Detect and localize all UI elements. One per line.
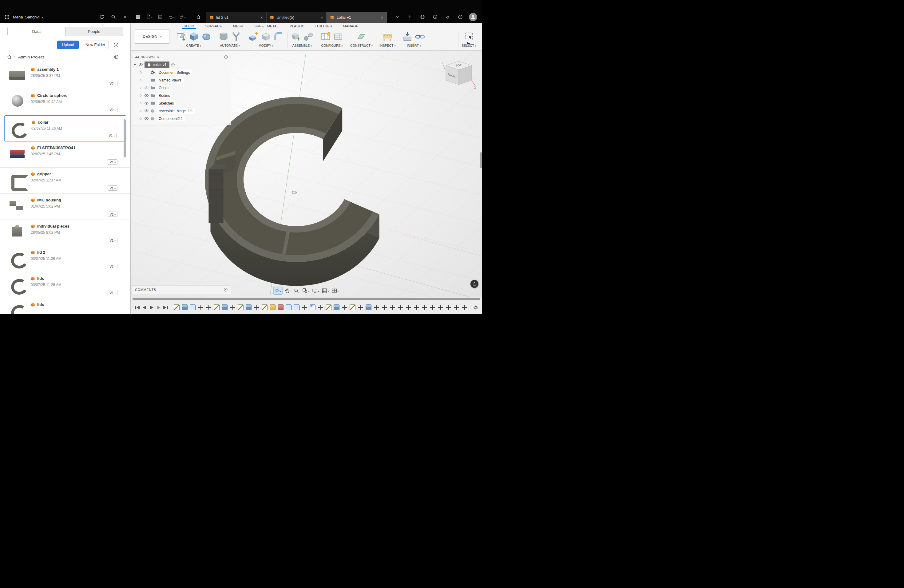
expand-caret-icon[interactable]	[139, 101, 142, 105]
view-tool-button[interactable]	[311, 287, 320, 294]
active-document-chip[interactable]: collar v1	[144, 62, 169, 68]
timeline-feature-icon[interactable]	[206, 305, 212, 310]
construction-plane-icon[interactable]	[356, 32, 367, 42]
view-tool-button[interactable]	[283, 287, 291, 294]
ribbon-tab[interactable]: SURFACE	[205, 24, 222, 29]
view-tool-button[interactable]	[321, 287, 330, 294]
view-tool-button[interactable]	[302, 287, 311, 294]
expand-caret-icon[interactable]	[139, 94, 142, 97]
visibility-toggle[interactable]	[144, 85, 149, 90]
undo-icon[interactable]	[167, 13, 175, 21]
expand-caret-icon[interactable]	[133, 63, 136, 66]
shell-icon[interactable]	[261, 32, 271, 42]
assemble-menu[interactable]: ASSEMBLE	[292, 44, 312, 47]
version-dropdown[interactable]: V1	[107, 238, 117, 243]
configuration-sheet-icon[interactable]	[333, 32, 343, 42]
file-list-item[interactable]: gripper 02/07/25 11:37 AM V1	[0, 168, 130, 194]
modify-menu[interactable]: MODIFY	[259, 44, 273, 47]
timeline-feature-icon[interactable]	[310, 305, 316, 310]
playback-button[interactable]	[156, 305, 161, 310]
browser-tree-row[interactable]: Sketches	[133, 100, 229, 107]
fillet-icon[interactable]	[273, 32, 284, 42]
timeline-feature-icon[interactable]	[238, 305, 243, 310]
visibility-toggle[interactable]	[144, 93, 149, 98]
playback-button[interactable]	[141, 305, 147, 310]
timeline-feature-icon[interactable]	[254, 305, 259, 310]
timeline-horizontal-scrollbar[interactable]	[131, 297, 482, 301]
file-list-item[interactable]: lids 03/07/25 11:26 AM V1	[0, 272, 130, 298]
press-pull-icon[interactable]	[248, 32, 259, 42]
save-icon[interactable]	[156, 13, 164, 21]
automate-stack-icon[interactable]	[218, 32, 229, 42]
timeline-feature-icon[interactable]	[222, 305, 228, 310]
timeline-feature-icon[interactable]	[286, 305, 291, 310]
timeline-feature-icon[interactable]	[326, 305, 332, 310]
version-dropdown[interactable]: V1	[107, 133, 117, 138]
close-panel-icon[interactable]: ×	[121, 13, 129, 21]
extrude-icon[interactable]	[188, 32, 199, 42]
joint-icon[interactable]	[303, 32, 314, 42]
tab-close-icon[interactable]: ×	[321, 15, 324, 20]
file-list-item[interactable]: individual pieces 28/05/25 8:02 PM V1	[0, 220, 130, 246]
home-tab-icon[interactable]	[194, 13, 202, 21]
home-icon[interactable]	[7, 54, 12, 59]
collapse-panel-icon[interactable]: ◀◀	[135, 55, 138, 59]
timeline-feature-icon[interactable]	[414, 305, 419, 310]
visibility-toggle[interactable]	[138, 62, 143, 67]
inspect-menu[interactable]: INSPECT	[379, 44, 396, 47]
sync-refresh-icon[interactable]	[98, 13, 106, 21]
create-menu[interactable]: CREATE	[186, 44, 201, 47]
timeline-feature-icon[interactable]	[270, 305, 275, 310]
timeline-feature-icon[interactable]	[454, 305, 459, 310]
expand-caret-icon[interactable]	[139, 71, 142, 74]
timeline-feature-icon[interactable]	[246, 305, 251, 310]
view-tool-button[interactable]	[292, 287, 301, 294]
view-cube[interactable]: TOP FRONT Z X	[440, 56, 477, 91]
timeline-feature-icon[interactable]	[190, 305, 196, 310]
help-icon[interactable]	[456, 13, 464, 21]
configuration-table-icon[interactable]	[321, 32, 331, 42]
timeline-feature-icon[interactable]	[214, 305, 220, 310]
extensions-globe-icon[interactable]	[419, 13, 427, 21]
expand-caret-icon[interactable]	[139, 86, 142, 90]
version-dropdown[interactable]: V1	[107, 290, 117, 295]
tab-people[interactable]: People	[65, 27, 123, 36]
new-component-icon[interactable]	[291, 32, 301, 42]
timeline-feature-icon[interactable]	[461, 305, 467, 310]
comments-panel[interactable]: COMMENTS	[132, 286, 231, 294]
file-list-item[interactable]: lids	[0, 298, 130, 314]
browser-tree-row[interactable]: Named Views	[133, 76, 229, 84]
tab-close-icon[interactable]: ×	[381, 15, 384, 20]
tab-data[interactable]: Data	[8, 27, 65, 36]
file-list-item[interactable]: FLSFEBNJS8TPO41 02/07/25 2:45 PM V1	[0, 141, 130, 168]
document-tab[interactable]: lid 2 v1 ×	[206, 12, 266, 23]
version-dropdown[interactable]: V1	[107, 159, 117, 164]
viewport-vertical-scrollbar[interactable]	[480, 152, 482, 168]
visibility-toggle[interactable]	[144, 101, 149, 106]
minimize-panel-icon[interactable]	[224, 55, 228, 59]
timeline-feature-icon[interactable]	[182, 305, 188, 310]
automate-branch-icon[interactable]	[231, 32, 241, 42]
scrollbar-thumb[interactable]	[133, 298, 480, 300]
new-folder-button[interactable]: New Folder	[82, 41, 109, 49]
timeline-feature-icon[interactable]	[302, 305, 308, 310]
expand-caret-icon[interactable]	[139, 78, 142, 82]
browser-tree-row[interactable]: Origin	[133, 84, 229, 92]
comments-expand-icon[interactable]	[224, 288, 228, 292]
version-dropdown[interactable]: V2	[107, 81, 117, 86]
job-status-icon[interactable]	[431, 13, 439, 21]
view-tool-button[interactable]	[273, 287, 282, 294]
version-dropdown[interactable]: V2	[107, 212, 117, 217]
timeline-feature-icon[interactable]	[422, 305, 427, 310]
show-data-panel-icon[interactable]	[134, 13, 142, 21]
timeline-feature-icon[interactable]	[174, 305, 180, 310]
timeline-feature-icon[interactable]	[438, 305, 443, 310]
insert-derive-icon[interactable]	[415, 32, 425, 42]
timeline-feature-icon[interactable]	[430, 305, 435, 310]
timeline-feature-icon[interactable]	[198, 305, 204, 310]
new-tab-plus-icon[interactable]	[406, 13, 414, 21]
measure-icon[interactable]	[382, 32, 393, 42]
ribbon-tab[interactable]: UTILITIES	[316, 24, 332, 29]
redo-icon[interactable]	[179, 13, 186, 21]
file-list-item[interactable]: collar 03/07/25 11:26 AM V1	[4, 115, 126, 141]
